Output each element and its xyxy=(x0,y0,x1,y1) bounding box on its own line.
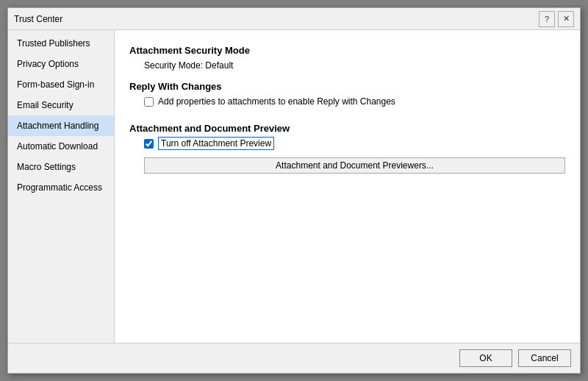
turn-off-preview-checkbox[interactable] xyxy=(144,139,154,149)
help-button[interactable]: ? xyxy=(539,11,555,27)
trust-center-dialog: Trust Center ? ✕ Trusted Publishers Priv… xyxy=(7,7,581,374)
attachment-security-title: Attachment Security Mode xyxy=(129,45,565,56)
footer: OK Cancel xyxy=(8,343,580,373)
sidebar-item-attachment-handling[interactable]: Attachment Handling xyxy=(8,115,114,136)
sidebar-item-programmatic-access[interactable]: Programmatic Access xyxy=(8,177,114,198)
sidebar-item-automatic-download[interactable]: Automatic Download xyxy=(8,136,114,157)
attachment-preview-title: Attachment and Document Preview xyxy=(129,123,565,134)
main-panel: Attachment Security Mode Security Mode: … xyxy=(115,30,580,343)
sidebar: Trusted Publishers Privacy Options Form-… xyxy=(8,30,115,343)
cancel-button[interactable]: Cancel xyxy=(518,349,571,367)
sidebar-item-privacy-options[interactable]: Privacy Options xyxy=(8,54,114,74)
reply-with-changes-label[interactable]: Add properties to attachments to enable … xyxy=(158,96,395,107)
turn-off-preview-row: Turn off Attachment Preview xyxy=(144,138,565,149)
ok-button[interactable]: OK xyxy=(459,349,512,367)
sidebar-item-macro-settings[interactable]: Macro Settings xyxy=(8,157,114,177)
security-mode-text: Security Mode: Default xyxy=(144,60,565,71)
turn-off-preview-label-text: Turn off Attachment Preview xyxy=(158,137,274,150)
reply-with-changes-checkbox[interactable] xyxy=(144,97,154,107)
dialog-title: Trust Center xyxy=(14,14,62,24)
sidebar-item-trusted-publishers[interactable]: Trusted Publishers xyxy=(8,33,114,54)
reply-with-changes-row: Add properties to attachments to enable … xyxy=(144,96,565,107)
sidebar-item-email-security[interactable]: Email Security xyxy=(8,95,114,115)
title-bar-controls: ? ✕ xyxy=(539,11,574,27)
turn-off-preview-label[interactable]: Turn off Attachment Preview xyxy=(158,138,274,149)
title-bar: Trust Center ? ✕ xyxy=(8,8,580,30)
previewers-button[interactable]: Attachment and Document Previewers... xyxy=(144,157,565,174)
content-area: Trusted Publishers Privacy Options Form-… xyxy=(8,30,580,343)
reply-with-changes-title: Reply With Changes xyxy=(129,81,565,92)
sidebar-item-form-based-signin[interactable]: Form-based Sign-in xyxy=(8,74,114,95)
close-button[interactable]: ✕ xyxy=(558,11,574,27)
